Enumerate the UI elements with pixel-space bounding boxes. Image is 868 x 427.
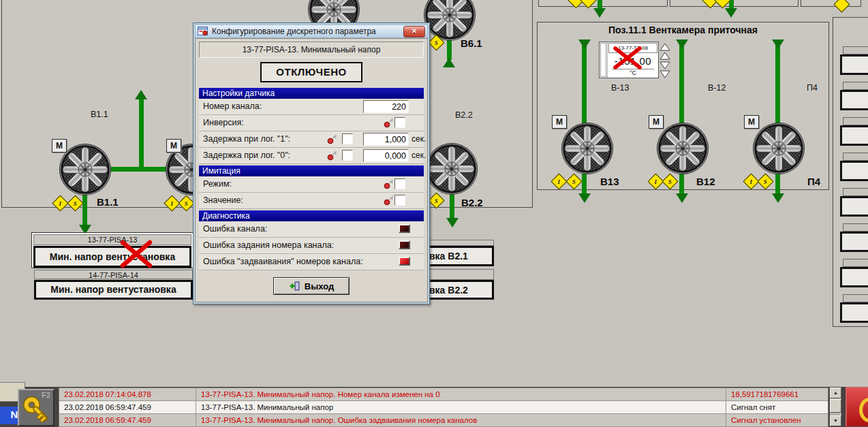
value-label: Значение: [203, 193, 243, 208]
scroll-down-button[interactable]: ▼ [830, 415, 841, 426]
right-block-box[interactable] [840, 90, 868, 110]
inversion-label: Инверсия: [203, 115, 244, 131]
duplicate-error-led [399, 257, 410, 266]
motor-box-b11[interactable]: M [52, 139, 67, 153]
fan-p4[interactable] [751, 121, 806, 176]
log-scrollbar[interactable]: ▲ ▼ [830, 388, 841, 426]
upper-panel-box-1 [538, 0, 668, 7]
channel-number-error-led [399, 240, 410, 249]
log-row[interactable]: 23.02.2018 06:59:47.459 13-77-PISA-13. М… [59, 401, 828, 414]
delay0-checkbox[interactable] [342, 150, 353, 161]
alarm-tag: 13-77-PISA-13 [33, 234, 191, 245]
alarm-block-pisa13[interactable]: 13-77-PISA-13 Мин. напор вентустановка [31, 232, 193, 268]
right-block-box[interactable] [840, 302, 868, 323]
spinner-down-icon [660, 62, 670, 69]
inversion-checkbox[interactable] [394, 117, 405, 128]
alarm-block-header [419, 269, 494, 280]
vent-chamber-title: Поз.11.1 Венткамера приточная [538, 25, 828, 35]
duct-label-b13: В-13 [611, 83, 629, 93]
motor-box-b13[interactable]: M [552, 115, 567, 129]
motor-box-p4[interactable]: M [744, 115, 759, 129]
row-channel-number: Номер канала: [199, 99, 424, 115]
duct-pipe-b22 [450, 192, 454, 219]
row-inversion: Инверсия: [199, 115, 424, 131]
alarm-block-b21[interactable]: вка В2.1 [419, 246, 494, 266]
key-icon [327, 151, 337, 161]
fan-label-p4: П4 [807, 176, 820, 187]
status-indicator[interactable]: ОТКЛЮЧЕНО [260, 62, 362, 82]
setpoint-spinner[interactable] [659, 42, 671, 79]
err-channel-label: Ошибка канала: [203, 221, 267, 237]
right-block-box[interactable] [840, 161, 868, 181]
right-block-box[interactable] [840, 232, 868, 252]
key-icon [384, 195, 394, 206]
key-icon [384, 179, 394, 189]
motor-box-b12[interactable]: M [649, 115, 664, 129]
exit-button-label: Выход [305, 281, 334, 291]
row-channel-error: Ошибка канала: [199, 221, 424, 238]
log-message: 13-77-PISA-13. Минимальный напор. Ошибка… [196, 414, 726, 426]
value-checkbox[interactable] [394, 195, 405, 206]
fan-b12[interactable] [655, 121, 710, 176]
right-block-header [843, 259, 868, 267]
right-block-header [843, 46, 868, 54]
delay1-unit: сек. [412, 131, 426, 147]
exit-button[interactable]: Выход [273, 277, 350, 295]
spinner-down-icon [660, 71, 670, 78]
motor-box-b21[interactable]: M [166, 139, 181, 153]
temperature-value: -151.00 [608, 53, 658, 69]
fan-b22[interactable] [424, 142, 479, 196]
fan-b61[interactable] [422, 0, 477, 42]
channel-input[interactable] [363, 100, 409, 113]
dialog-titlebar[interactable]: Конфигурирование дискретного параметра ✕ [195, 25, 428, 38]
alarm-block-pisa14[interactable]: Мин. напор вентустановка [34, 280, 193, 300]
scroll-thumb[interactable] [830, 399, 841, 413]
log-message: 13-77-PISA-13. Минимальный напор [196, 401, 726, 413]
alarm-block-b22[interactable]: вка В2.2 [419, 280, 494, 300]
spinner-up-icon [660, 44, 670, 50]
right-block-box[interactable] [840, 125, 868, 146]
log-time: 23.02.2018 06:59:47.459 [59, 414, 196, 426]
alarm-text: Мин. напор вентустановка [33, 246, 191, 268]
right-block-box[interactable] [840, 267, 868, 287]
flow-arrow-down [772, 193, 784, 203]
log-row[interactable]: 23.02.2018 06:59:47.459 13-77-PISA-13. М… [59, 414, 828, 427]
fan-b13[interactable] [560, 121, 615, 176]
err-duplicate-label: Ошибка "задваивания" номеров канала: [203, 254, 363, 270]
indicator-diamond [833, 0, 850, 13]
fan-label-b13: B13 [600, 176, 619, 187]
temperature-bar [600, 43, 606, 77]
delay1-checkbox[interactable] [342, 133, 353, 144]
fan-label-b12: B12 [696, 176, 715, 187]
section-sensor-settings: Настройки датчика [199, 88, 424, 99]
mode-checkbox[interactable] [394, 178, 405, 189]
delay0-input[interactable] [363, 149, 409, 162]
flow-arrow-down [676, 39, 688, 49]
parameter-name: 13-77-PISA-13. Минимальный напор [199, 42, 424, 58]
scroll-up-button[interactable]: ▲ [830, 388, 841, 398]
fan-label-b22-small: B2.2 [455, 110, 473, 120]
alarm-button[interactable] [846, 387, 868, 427]
right-block-box[interactable] [840, 54, 868, 75]
log-time: 23.02.2018 06:59:47.459 [59, 401, 196, 413]
bell-icon [859, 398, 868, 422]
mode-label: Режим: [203, 176, 232, 192]
fan-label-b61: B6.1 [461, 37, 482, 49]
row-channel-number-error: Ошибка задания номера канала: [199, 238, 424, 254]
log-message: 13-77-PISA-13. Минимальный напор. Номер … [196, 388, 726, 400]
key-button[interactable]: F2 [18, 389, 55, 426]
close-button[interactable]: ✕ [403, 26, 425, 37]
row-duplicate-error: Ошибка "задваивания" номеров канала: [199, 254, 424, 270]
temperature-display[interactable]: 13-77-TT-08 -151.00 °C [599, 42, 659, 78]
delay1-input[interactable] [363, 133, 409, 146]
right-block-box[interactable] [840, 196, 868, 217]
right-block-header [843, 153, 868, 161]
temperature-tag: 13-77-TT-08 [608, 43, 657, 53]
flow-arrow-down [578, 193, 591, 203]
spinner-up-icon [660, 52, 670, 59]
log-time: 23.02.2018 07:14:04.878 [59, 388, 196, 400]
log-row[interactable]: 23.02.2018 07:14:04.878 13-77-PISA-13. М… [59, 388, 828, 401]
duct-label-b12: В-12 [708, 83, 726, 93]
key-icon [22, 395, 50, 424]
flow-arrow-up [443, 58, 455, 67]
